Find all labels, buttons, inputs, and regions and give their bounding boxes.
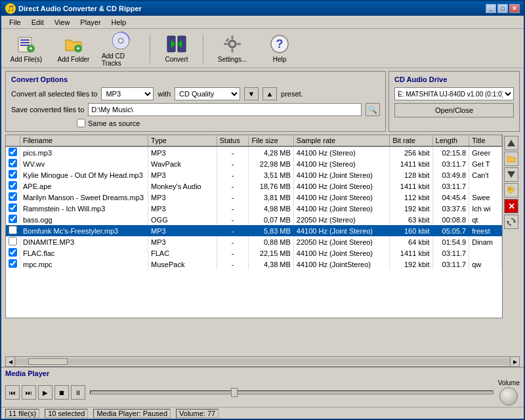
row-samplerate: 22050 Hz (Stereo) bbox=[293, 214, 389, 225]
row-type: MP3 bbox=[148, 146, 217, 158]
skip-fwd-button[interactable]: ⏭ bbox=[22, 385, 36, 400]
hscroll-thumb[interactable] bbox=[28, 358, 68, 365]
table-row[interactable]: DINAMITE.MP3 MP3 - 0,88 MB 22050 Hz (Joi… bbox=[6, 236, 502, 247]
row-type: FLAC bbox=[148, 247, 217, 259]
row-checkbox-cell[interactable] bbox=[6, 236, 20, 247]
row-checkbox[interactable] bbox=[9, 226, 17, 234]
row-checkbox[interactable] bbox=[9, 248, 17, 257]
col-length[interactable]: Length bbox=[432, 135, 469, 146]
col-status[interactable]: Status bbox=[217, 135, 249, 146]
menu-help[interactable]: Help bbox=[106, 17, 132, 28]
row-checkbox[interactable] bbox=[9, 181, 17, 190]
cd-drive-title: CD Audio Drive bbox=[394, 75, 514, 83]
row-checkbox-cell[interactable] bbox=[6, 180, 20, 192]
move-up-button[interactable] bbox=[504, 136, 518, 150]
toolbar-sep-2 bbox=[203, 34, 203, 63]
row-checkbox[interactable] bbox=[9, 148, 17, 156]
row-title: Ich wi bbox=[469, 203, 502, 214]
file-list-scroll[interactable]: Filename Type Status File size Sample ra… bbox=[5, 135, 503, 318]
minimize-button[interactable]: _ bbox=[486, 4, 496, 13]
col-filesize[interactable]: File size bbox=[249, 135, 293, 146]
scroll-right-btn[interactable]: ▶ bbox=[510, 357, 519, 366]
table-row[interactable]: bass.ogg OGG - 0,07 MB 22050 Hz (Stereo)… bbox=[6, 214, 502, 225]
save-path-input[interactable] bbox=[88, 103, 362, 116]
menu-player[interactable]: Player bbox=[75, 17, 106, 28]
row-checkbox[interactable] bbox=[9, 159, 17, 167]
table-row[interactable]: WV.wv WavPack - 22,98 MB 44100 Hz (Stere… bbox=[6, 158, 502, 169]
col-title[interactable]: Title bbox=[469, 135, 502, 146]
col-bitrate[interactable]: Bit rate bbox=[390, 135, 432, 146]
row-checkbox-cell[interactable] bbox=[6, 169, 20, 180]
settings-button[interactable]: Settings... bbox=[211, 32, 253, 66]
browse-folder-btn[interactable]: 🔍 bbox=[366, 103, 380, 116]
format-select[interactable]: MP3 WAV OGG FLAC bbox=[101, 87, 154, 100]
col-filename[interactable]: Filename bbox=[20, 135, 148, 146]
col-samplerate[interactable]: Sample rate bbox=[293, 135, 389, 146]
table-row[interactable]: Kylie Minogue - Out Of My Head.mp3 MP3 -… bbox=[6, 169, 502, 180]
stop-button[interactable]: ⏹ bbox=[54, 385, 69, 400]
scroll-left-btn[interactable]: ◀ bbox=[6, 357, 15, 366]
quality-options-btn[interactable]: ▼ bbox=[244, 87, 259, 100]
row-length: 02:15.8 bbox=[432, 146, 469, 158]
table-row[interactable]: Bomfunk Mc's-Freestyler.mp3 MP3 - 5,83 M… bbox=[6, 225, 502, 236]
convert-label: Convert bbox=[165, 56, 188, 63]
quality-arrow-btn[interactable]: ▲ bbox=[262, 87, 277, 100]
row-checkbox[interactable] bbox=[9, 237, 17, 245]
row-checkbox[interactable] bbox=[9, 203, 17, 212]
seek-bar[interactable] bbox=[90, 390, 494, 394]
close-button[interactable]: ✕ bbox=[509, 4, 520, 13]
cd-drive-select[interactable]: E: MATSHITA UJ-840D v1.00 (0:1:0) bbox=[394, 87, 514, 100]
refresh-button[interactable] bbox=[504, 215, 518, 229]
row-bitrate: 64 kbit bbox=[390, 236, 432, 247]
add-files-button[interactable]: Add File(s) bbox=[5, 32, 47, 66]
same-as-source-checkbox[interactable] bbox=[77, 119, 85, 127]
seek-thumb[interactable] bbox=[231, 388, 238, 397]
settings-icon bbox=[222, 33, 243, 54]
cd-open-close-button[interactable]: Open/Close bbox=[394, 103, 514, 117]
table-row[interactable]: Rammstein - Ich Will.mp3 MP3 - 4,98 MB 4… bbox=[6, 203, 502, 214]
delete-button[interactable]: ✕ bbox=[504, 199, 518, 213]
maximize-button[interactable]: □ bbox=[497, 4, 508, 13]
row-checkbox-cell[interactable] bbox=[6, 259, 20, 270]
row-checkbox-cell[interactable] bbox=[6, 214, 20, 225]
row-checkbox[interactable] bbox=[9, 192, 17, 201]
menu-file[interactable]: File bbox=[4, 17, 26, 28]
status-bar: 11 file(s) 10 selected Media Player: Pau… bbox=[1, 407, 524, 419]
skip-back-button[interactable]: ⏮ bbox=[5, 385, 20, 400]
table-row[interactable]: Marilyn Manson - Sweet Dreams.mp3 MP3 - … bbox=[6, 192, 502, 203]
row-checkbox-cell[interactable] bbox=[6, 158, 20, 169]
convert-button[interactable]: Convert bbox=[158, 32, 195, 66]
table-row[interactable]: FLAC.flac FLAC - 22,15 MB 44100 Hz (Join… bbox=[6, 247, 502, 259]
add-folder-icon bbox=[63, 33, 84, 54]
menu-view[interactable]: View bbox=[49, 17, 75, 28]
svg-rect-1 bbox=[20, 39, 30, 41]
open-folder-button[interactable] bbox=[504, 152, 518, 166]
row-checkbox[interactable] bbox=[9, 170, 17, 178]
table-row[interactable]: APE.ape Monkey's Audio - 18,76 MB 44100 … bbox=[6, 180, 502, 192]
row-checkbox[interactable] bbox=[9, 259, 17, 268]
help-button[interactable]: ? Help bbox=[259, 32, 301, 66]
row-samplerate: 44100 Hz (Joint Stereo) bbox=[293, 180, 389, 192]
add-folder-button[interactable]: Add Folder bbox=[52, 32, 94, 66]
hscrollbar[interactable]: ◀ ▶ bbox=[5, 356, 520, 367]
volume-label: Volume bbox=[498, 379, 520, 387]
row-bitrate: 192 kbit bbox=[390, 259, 432, 270]
table-row[interactable]: pics.mp3 MP3 - 4,28 MB 44100 Hz (Stereo)… bbox=[6, 146, 502, 158]
pause-button[interactable]: ⏸ bbox=[71, 385, 85, 400]
col-type[interactable]: Type bbox=[148, 135, 217, 146]
play-button[interactable]: ▶ bbox=[38, 385, 52, 400]
row-checkbox-cell[interactable] bbox=[6, 225, 20, 236]
tag-button[interactable] bbox=[504, 183, 518, 198]
add-cd-button[interactable]: Add CD Tracks bbox=[100, 32, 142, 66]
row-status: - bbox=[217, 225, 249, 236]
row-checkbox-cell[interactable] bbox=[6, 192, 20, 203]
quality-select[interactable]: CD Quality High Quality Medium Quality bbox=[175, 87, 240, 100]
row-checkbox-cell[interactable] bbox=[6, 203, 20, 214]
move-down-button[interactable] bbox=[504, 167, 518, 182]
menu-edit[interactable]: Edit bbox=[26, 17, 49, 28]
table-row[interactable]: mpc.mpc MusePack - 4,38 MB 44100 Hz (Joi… bbox=[6, 259, 502, 270]
volume-knob[interactable] bbox=[499, 387, 518, 406]
row-checkbox-cell[interactable] bbox=[6, 146, 20, 158]
row-checkbox[interactable] bbox=[9, 215, 17, 223]
row-checkbox-cell[interactable] bbox=[6, 247, 20, 259]
